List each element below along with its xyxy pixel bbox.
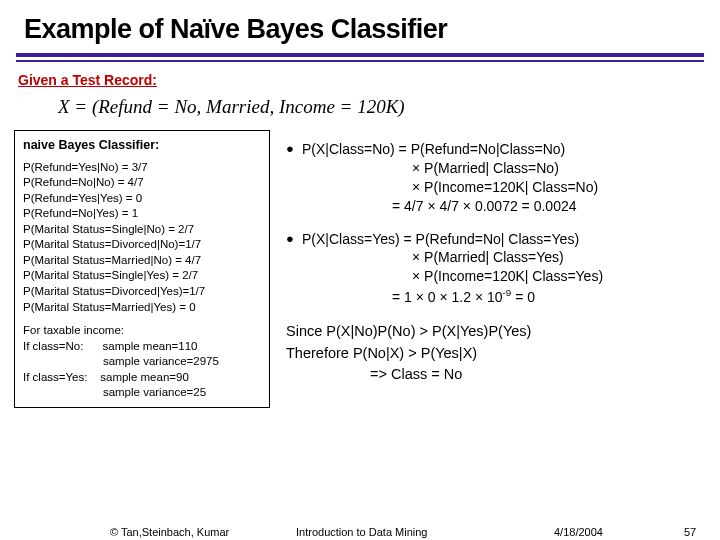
calc-line: × P(Income=120K| Class=No): [302, 178, 704, 197]
income-line: If class=No: sample mean=110: [23, 339, 263, 355]
prob-line: P(Refund=Yes|No) = 3/7: [23, 160, 263, 176]
bullet-icon: ●: [286, 140, 302, 216]
classifier-box: naive Bayes Classifier: P(Refund=Yes|No)…: [14, 130, 270, 408]
test-record: X = (Refund = No, Married, Income = 120K…: [0, 94, 720, 126]
given-label: Given a Test Record:: [0, 62, 720, 94]
prob-line: P(Marital Status=Divorced|Yes)=1/7: [23, 284, 263, 300]
bullet-icon: ●: [286, 230, 302, 307]
prob-line: P(Refund=Yes|Yes) = 0: [23, 191, 263, 207]
prob-line: P(Refund=No|No) = 4/7: [23, 175, 263, 191]
conclusion: Since P(X|No)P(No) > P(X|Yes)P(Yes) Ther…: [286, 321, 704, 386]
conclusion-line: Since P(X|No)P(No) > P(X|Yes)P(Yes): [286, 321, 704, 343]
income-line: sample variance=25: [23, 385, 263, 401]
bullet-2: ● P(X|Class=Yes) = P(Refund=No| Class=Ye…: [286, 230, 704, 307]
slide-title: Example of Naïve Bayes Classifier: [0, 0, 720, 51]
prob-line: P(Marital Status=Married|No) = 4/7: [23, 253, 263, 269]
footer-copyright: © Tan,Steinbach, Kumar: [110, 526, 229, 538]
income-line: If class=Yes: sample mean=90: [23, 370, 263, 386]
conclusion-line: Therefore P(No|X) > P(Yes|X): [286, 343, 704, 365]
calc-line: = 1 × 0 × 1.2 × 10-9 = 0: [302, 286, 704, 307]
divider-thick: [16, 53, 704, 57]
classifier-header: naive Bayes Classifier:: [23, 137, 263, 154]
calc-line: P(X|Class=Yes) = P(Refund=No| Class=Yes): [302, 230, 704, 249]
income-header: For taxable income:: [23, 323, 263, 339]
conclusion-result: => Class = No: [286, 364, 704, 386]
footer-title: Introduction to Data Mining: [296, 526, 427, 538]
prob-line: P(Refund=No|Yes) = 1: [23, 206, 263, 222]
income-line: sample variance=2975: [23, 354, 263, 370]
calc-line: × P(Married| Class=No): [302, 159, 704, 178]
prob-line: P(Marital Status=Married|Yes) = 0: [23, 300, 263, 316]
computation-column: ● P(X|Class=No) = P(Refund=No|Class=No) …: [270, 130, 710, 408]
calc-line: × P(Married| Class=Yes): [302, 248, 704, 267]
bullet-1: ● P(X|Class=No) = P(Refund=No|Class=No) …: [286, 140, 704, 216]
calc-line: P(X|Class=No) = P(Refund=No|Class=No): [302, 140, 704, 159]
footer-page-number: 57: [684, 526, 696, 538]
calc-line: × P(Income=120K| Class=Yes): [302, 267, 704, 286]
calc-line: = 4/7 × 4/7 × 0.0072 = 0.0024: [302, 197, 704, 216]
prob-line: P(Marital Status=Single|No) = 2/7: [23, 222, 263, 238]
prob-line: P(Marital Status=Single|Yes) = 2/7: [23, 268, 263, 284]
footer-date: 4/18/2004: [554, 526, 603, 538]
prob-line: P(Marital Status=Divorced|No)=1/7: [23, 237, 263, 253]
